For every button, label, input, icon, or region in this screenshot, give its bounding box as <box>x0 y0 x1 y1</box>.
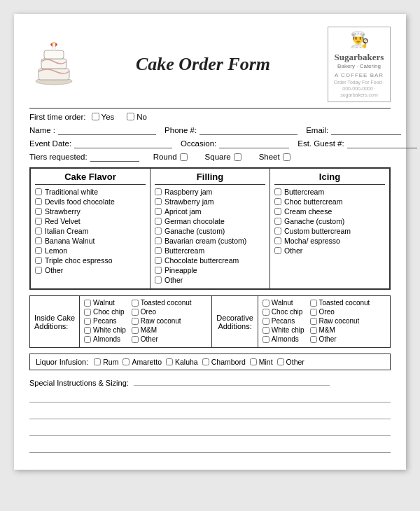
icing-checkbox[interactable] <box>274 247 281 254</box>
filling-checkbox[interactable] <box>155 198 162 205</box>
cake-flavor-item[interactable]: Traditional white <box>35 188 146 196</box>
icing-checkbox[interactable] <box>274 227 281 234</box>
decorative-addition-checkbox[interactable] <box>262 327 270 334</box>
filling-checkbox[interactable] <box>155 267 162 274</box>
inside-addition-checkbox[interactable] <box>132 318 139 325</box>
yes-checkbox[interactable] <box>92 113 99 120</box>
decorative-addition-item[interactable]: M&M <box>310 326 370 334</box>
liquor-item[interactable]: Other <box>277 358 304 366</box>
liquor-checkbox[interactable] <box>166 358 173 365</box>
inside-addition-item[interactable]: M&M <box>132 326 192 334</box>
liquor-checkbox[interactable] <box>202 358 209 365</box>
icing-item[interactable]: Cream cheese <box>274 207 385 216</box>
cake-flavor-item[interactable]: Strawberry <box>35 207 146 216</box>
icing-checkbox[interactable] <box>274 237 281 244</box>
liquor-item[interactable]: Mint <box>250 358 273 366</box>
liquor-item[interactable]: Kaluha <box>166 358 198 366</box>
decorative-addition-item[interactable]: Oreo <box>310 308 370 316</box>
cake-flavor-checkbox[interactable] <box>35 247 42 254</box>
filling-item[interactable]: Apricot jam <box>155 207 265 216</box>
round-checkbox-label[interactable]: Round <box>153 153 190 161</box>
decorative-addition-checkbox[interactable] <box>310 336 317 343</box>
icing-checkbox[interactable] <box>274 208 281 215</box>
filling-item[interactable]: Other <box>155 276 265 284</box>
inside-addition-checkbox[interactable] <box>132 309 139 316</box>
inside-addition-checkbox[interactable] <box>84 318 91 325</box>
cake-flavor-item[interactable]: Banana Walnut <box>35 237 146 245</box>
cake-flavor-checkbox[interactable] <box>35 257 42 264</box>
cake-flavor-item[interactable]: Other <box>35 266 146 274</box>
instruction-line-4[interactable] <box>29 440 391 453</box>
inside-addition-item[interactable]: Almonds <box>84 335 126 343</box>
icing-item[interactable]: Buttercream <box>274 188 385 196</box>
liquor-checkbox[interactable] <box>277 358 284 365</box>
no-checkbox-label[interactable]: No <box>127 113 147 121</box>
filling-item[interactable]: Chocolate buttercream <box>155 256 265 265</box>
instruction-line-2[interactable] <box>29 407 391 419</box>
round-checkbox[interactable] <box>180 153 188 161</box>
decorative-addition-item[interactable]: Almonds <box>262 335 304 343</box>
email-input[interactable] <box>331 125 401 135</box>
filling-item[interactable]: German chocolate <box>155 217 265 225</box>
inside-addition-checkbox[interactable] <box>84 336 91 343</box>
est-guest-input[interactable] <box>347 139 417 148</box>
decorative-addition-item[interactable]: Pecans <box>262 317 304 325</box>
decorative-addition-item[interactable]: Other <box>310 335 370 343</box>
instruction-line-1[interactable] <box>29 390 391 402</box>
filling-item[interactable]: Pineapple <box>155 266 265 274</box>
cake-flavor-item[interactable]: Devils food chocolate <box>35 197 146 206</box>
decorative-addition-item[interactable]: Raw coconut <box>310 317 370 325</box>
inside-addition-item[interactable]: Walnut <box>84 299 126 307</box>
inside-addition-item[interactable]: White chip <box>84 326 126 334</box>
inside-addition-checkbox[interactable] <box>84 327 91 334</box>
filling-item[interactable]: Buttercream <box>155 246 265 255</box>
decorative-addition-checkbox[interactable] <box>310 318 317 325</box>
icing-checkbox[interactable] <box>274 218 281 225</box>
occasion-input[interactable] <box>219 139 289 148</box>
filling-checkbox[interactable] <box>155 208 162 215</box>
tiers-input[interactable] <box>90 152 139 162</box>
inside-addition-checkbox[interactable] <box>132 336 139 343</box>
inside-addition-item[interactable]: Toasted coconut <box>132 299 192 307</box>
decorative-addition-checkbox[interactable] <box>262 300 270 307</box>
icing-checkbox[interactable] <box>274 188 281 195</box>
cake-flavor-checkbox[interactable] <box>35 227 42 234</box>
square-checkbox[interactable] <box>234 153 241 161</box>
name-input[interactable] <box>58 125 156 135</box>
inside-addition-checkbox[interactable] <box>84 309 91 316</box>
icing-item[interactable]: Ganache (custom) <box>274 217 385 225</box>
decorative-addition-checkbox[interactable] <box>310 300 317 307</box>
inside-addition-item[interactable]: Oreo <box>132 308 192 316</box>
filling-checkbox[interactable] <box>155 188 162 195</box>
cake-flavor-item[interactable]: Triple choc espresso <box>35 256 146 265</box>
cake-flavor-item[interactable]: Red Velvet <box>35 217 146 225</box>
filling-checkbox[interactable] <box>155 218 162 225</box>
cake-flavor-checkbox[interactable] <box>35 188 42 195</box>
phone-input[interactable] <box>200 125 298 135</box>
yes-checkbox-label[interactable]: Yes <box>92 113 115 121</box>
decorative-addition-checkbox[interactable] <box>262 318 270 325</box>
decorative-addition-checkbox[interactable] <box>310 327 317 334</box>
decorative-addition-checkbox[interactable] <box>262 336 270 343</box>
special-instructions-first-line[interactable] <box>134 376 330 386</box>
decorative-addition-item[interactable]: Toasted coconut <box>310 299 370 307</box>
cake-flavor-item[interactable]: Lemon <box>35 246 146 255</box>
inside-addition-checkbox[interactable] <box>84 300 91 307</box>
filling-checkbox[interactable] <box>155 276 162 284</box>
cake-flavor-checkbox[interactable] <box>35 267 42 274</box>
inside-addition-checkbox[interactable] <box>132 300 139 307</box>
cake-flavor-checkbox[interactable] <box>35 208 42 215</box>
filling-item[interactable]: Bavarian cream (custom) <box>155 237 265 245</box>
filling-item[interactable]: Ganache (custom) <box>155 227 265 235</box>
liquor-item[interactable]: Amaretto <box>122 358 162 366</box>
decorative-addition-item[interactable]: Choc chip <box>262 308 304 316</box>
no-checkbox[interactable] <box>127 113 134 120</box>
filling-checkbox[interactable] <box>155 227 162 234</box>
decorative-addition-checkbox[interactable] <box>262 309 270 316</box>
sheet-checkbox-label[interactable]: Sheet <box>259 153 293 161</box>
icing-checkbox[interactable] <box>274 198 281 205</box>
filling-checkbox[interactable] <box>155 237 162 244</box>
cake-flavor-checkbox[interactable] <box>35 237 42 244</box>
icing-item[interactable]: Custom buttercream <box>274 227 385 235</box>
filling-checkbox[interactable] <box>155 247 162 254</box>
